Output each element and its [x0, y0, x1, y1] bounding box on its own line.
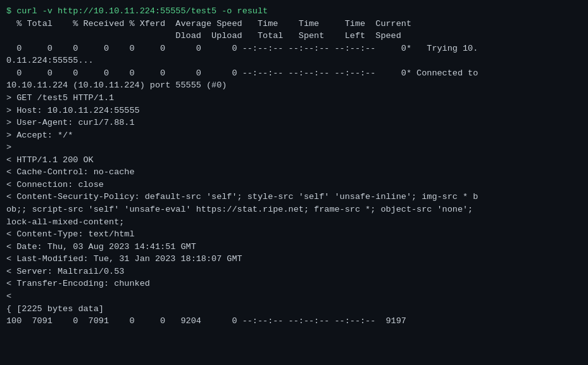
response-content-type: < Content-Type: text/html: [6, 228, 582, 241]
response-date: < Date: Thu, 03 Aug 2023 14:41:51 GMT: [6, 241, 582, 253]
response-end: <: [6, 290, 582, 303]
curl-data-1: 0 0 0 0 0 0 0 0 --:--:-- --:--:-- --:--:…: [6, 42, 582, 55]
response-connection: < Connection: close: [6, 179, 582, 191]
response-cache-control: < Cache-Control: no-cache: [6, 166, 582, 179]
request-ua: > User-Agent: curl/7.88.1: [6, 117, 582, 129]
response-server: < Server: Maltrail/0.53: [6, 266, 582, 278]
command-text: curl -v http://10.10.11.224:55555/test5 …: [16, 6, 268, 16]
curl-progress-final: 100 7091 0 7091 0 0 9204 0 --:--:-- --:-…: [6, 315, 582, 328]
terminal-window: $ curl -v http://10.10.11.224:55555/test…: [0, 0, 588, 365]
curl-data-2: 0.11.224:55555...: [6, 54, 582, 67]
command-line: $ curl -v http://10.10.11.224:55555/test…: [6, 5, 582, 18]
request-end: >: [6, 141, 582, 154]
curl-header-2: Dload Upload Total Spent Left Speed: [6, 30, 582, 42]
json-bytes-data: { [2225 bytes data]: [6, 303, 582, 316]
request-get: > GET /test5 HTTP/1.1: [6, 92, 582, 105]
response-csp-3: lock-all-mixed-content;: [6, 216, 582, 229]
prompt-symbol: $: [6, 6, 16, 16]
curl-data-4: 10.10.11.224 (10.10.11.224) port 55555 (…: [6, 79, 582, 92]
curl-header-1: % Total % Received % Xferd Average Speed…: [6, 18, 582, 30]
response-csp-2: ob;; script-src 'self' 'unsafe-eval' htt…: [6, 203, 582, 216]
response-transfer-encoding: < Transfer-Encoding: chunked: [6, 278, 582, 290]
response-csp-1: < Content-Security-Policy: default-src '…: [6, 191, 582, 203]
response-status: < HTTP/1.1 200 OK: [6, 154, 582, 167]
curl-data-3: 0 0 0 0 0 0 0 0 --:--:-- --:--:-- --:--:…: [6, 67, 582, 80]
response-last-modified: < Last-Modified: Tue, 31 Jan 2023 18:18:…: [6, 253, 582, 266]
request-accept: > Accept: */*: [6, 129, 582, 142]
request-host: > Host: 10.10.11.224:55555: [6, 105, 582, 117]
